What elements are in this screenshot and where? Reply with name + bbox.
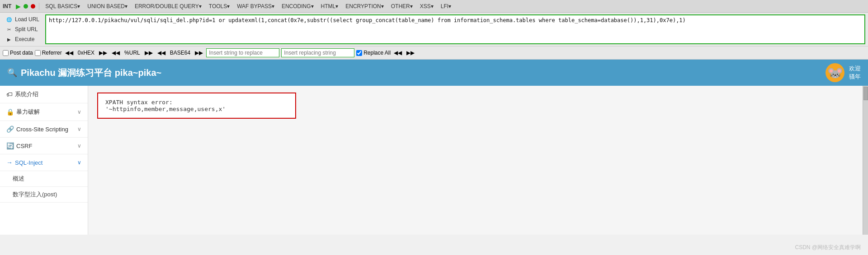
post-data-checkbox-item: Post data xyxy=(3,50,33,56)
hex-arrow-right-btn[interactable]: ▶▶ xyxy=(98,49,108,56)
base64-arrow-right-icon: ▶▶ xyxy=(195,50,203,56)
url-arrow-left-icon: ◀◀ xyxy=(112,50,120,56)
app-title: 🔍 Pikachu 漏洞练习平台 pika~pika~ xyxy=(7,67,161,79)
sidebar-label-bruteforce: 🔒 暴力破解 xyxy=(6,108,77,116)
split-url-icon: ✂ xyxy=(5,26,13,33)
hex-arrow-left-icon: ◀◀ xyxy=(65,50,73,56)
referrer-label: Referrer xyxy=(42,50,62,56)
sidebar-sub-overview[interactable]: 概述 xyxy=(0,171,88,187)
replace-all-checkbox[interactable] xyxy=(356,50,362,56)
base64-label: BASE64 xyxy=(169,49,192,56)
bruteforce-label-text: 暴力破解 xyxy=(16,108,40,116)
sidebar-item-intro[interactable]: 🏷 系统介绍 xyxy=(0,86,88,103)
sidebar-label-sqlinject: → SQL-Inject xyxy=(6,159,77,166)
content-area: XPATH syntax error: '~httpinfo,member,me… xyxy=(88,86,863,235)
lock-icon: 🔒 xyxy=(6,108,14,116)
hex-arrow-left-btn[interactable]: ◀◀ xyxy=(64,49,75,56)
welcome-line2: 骚年 xyxy=(849,73,861,81)
right-scrollbar[interactable] xyxy=(863,86,868,235)
post-data-label: Post data xyxy=(10,50,33,56)
post-data-checkbox[interactable] xyxy=(3,50,9,56)
nav-error-double[interactable]: ERROR/DOUBLE QUERY▾ xyxy=(132,2,204,10)
welcome-text: 欢迎 骚年 xyxy=(849,65,861,81)
replace-all-item: Replace All xyxy=(356,50,391,56)
referrer-checkbox-item: Referrer xyxy=(35,50,62,56)
nav-lfi[interactable]: LFI▾ xyxy=(439,2,453,10)
sidebar-item-xss[interactable]: 🔗 Cross-Site Scripting ∨ xyxy=(0,121,88,138)
xss-label-text: Cross-Site Scripting xyxy=(16,126,68,133)
base64-arrow-left-icon: ◀◀ xyxy=(157,50,165,56)
sqlinject-icon: → xyxy=(6,159,13,166)
load-url-button[interactable]: 🌐 Load URL xyxy=(3,14,43,24)
sidebar-label-intro: 🏷 系统介绍 xyxy=(6,90,81,98)
hex-label: 0xHEX xyxy=(76,49,96,56)
welcome-line1: 欢迎 xyxy=(849,65,861,73)
nav-encryption[interactable]: ENCRYPTION▾ xyxy=(343,2,386,10)
load-url-icon: 🌐 xyxy=(5,16,13,23)
nav-waf-bypass[interactable]: WAF BYPASS▾ xyxy=(235,2,277,10)
sqlinject-chevron-icon: ∨ xyxy=(77,159,81,166)
replace-all-label: Replace All xyxy=(363,50,391,56)
replace-arrow-left-icon: ◀◀ xyxy=(394,50,402,56)
split-url-button[interactable]: ✂ Split URL xyxy=(3,24,43,34)
nav-union-based[interactable]: UNION BASED▾ xyxy=(85,2,130,10)
int-label: INT xyxy=(3,3,11,9)
sidebar-sub-numeric-post[interactable]: 数字型注入(post) xyxy=(0,187,88,203)
user-area: 🐭 欢迎 骚年 xyxy=(826,63,861,82)
csrf-icon: 🔄 xyxy=(6,142,14,149)
avatar-image: 🐭 xyxy=(827,65,843,80)
nav-html[interactable]: HTML▾ xyxy=(319,2,341,10)
scrollbar-thumb[interactable] xyxy=(863,87,868,100)
app-header: 🔍 Pikachu 漏洞练习平台 pika~pika~ 🐭 欢迎 骚年 xyxy=(0,60,868,86)
insert-string-field[interactable] xyxy=(206,48,279,57)
overview-label: 概述 xyxy=(13,175,24,182)
replace-arrow-right-btn[interactable]: ▶▶ xyxy=(405,49,416,56)
url-arrow-left-btn[interactable]: ◀◀ xyxy=(110,49,121,56)
base64-arrow-left-btn[interactable]: ◀◀ xyxy=(156,49,167,56)
app-title-text: Pikachu 漏洞练习平台 pika~pika~ xyxy=(21,67,161,79)
xss-chevron-icon: ∨ xyxy=(77,126,81,132)
sidebar-label-xss: 🔗 Cross-Site Scripting xyxy=(6,125,77,133)
replace-arrow-left-btn[interactable]: ◀◀ xyxy=(392,49,403,56)
sqlinject-label-text: SQL-Inject xyxy=(15,159,42,166)
url-arrow-right-icon: ▶▶ xyxy=(145,50,153,56)
nav-xss[interactable]: XSS▾ xyxy=(418,2,436,10)
error-message: XPATH syntax error: '~httpinfo,member,me… xyxy=(105,99,226,112)
execute-label: Execute xyxy=(15,36,34,42)
sidebar-item-csrf[interactable]: 🔄 CSRF ∨ xyxy=(0,138,88,154)
nav-other[interactable]: OTHER▾ xyxy=(389,2,415,10)
sidebar-item-bruteforce[interactable]: 🔒 暴力破解 ∨ xyxy=(0,103,88,121)
url-input[interactable]: http://127.0.0.1/pikachu/vul/sqli/sqli_d… xyxy=(45,14,865,44)
intro-icon: 🏷 xyxy=(6,91,13,98)
nav-tools[interactable]: TOOLS▾ xyxy=(207,2,232,10)
sidebar-item-sqlinject[interactable]: → SQL-Inject ∨ xyxy=(0,154,88,171)
green-arrow-icon: ▶ xyxy=(16,3,21,10)
csrf-label-text: CSRF xyxy=(16,143,32,149)
base64-arrow-right-btn[interactable]: ▶▶ xyxy=(193,49,204,56)
url-arrow-right-btn[interactable]: ▶▶ xyxy=(143,49,154,56)
encode-toolbar: Post data Referrer ◀◀ 0xHEX ▶▶ ◀◀ %URL ▶… xyxy=(0,46,868,59)
sidebar-label-csrf: 🔄 CSRF xyxy=(6,142,77,149)
error-box: XPATH syntax error: '~httpinfo,member,me… xyxy=(97,93,296,119)
csrf-chevron-icon: ∨ xyxy=(77,143,81,149)
red-status-dot xyxy=(31,4,35,9)
pikachu-search-icon: 🔍 xyxy=(7,68,17,78)
execute-icon: ▶ xyxy=(5,36,13,43)
numeric-post-label: 数字型注入(post) xyxy=(13,191,57,198)
insert-replacing-field[interactable] xyxy=(281,48,354,57)
avatar: 🐭 xyxy=(826,63,844,82)
xss-icon: 🔗 xyxy=(6,125,14,133)
green-status-dot xyxy=(24,4,28,9)
url-bar-row: 🌐 Load URL ✂ Split URL ▶ Execute http://… xyxy=(0,13,868,46)
side-actions: 🌐 Load URL ✂ Split URL ▶ Execute xyxy=(3,14,43,44)
referrer-checkbox[interactable] xyxy=(35,50,41,56)
url-label: %URL xyxy=(123,49,142,56)
nav-sql-basics[interactable]: SQL BASICS▾ xyxy=(43,2,82,10)
bruteforce-chevron-icon: ∨ xyxy=(77,109,81,115)
replace-arrow-right-icon: ▶▶ xyxy=(406,50,415,56)
execute-button[interactable]: ▶ Execute xyxy=(3,34,43,44)
top-nav-bar: INT ▶ SQL BASICS▾ UNION BASED▾ ERROR/DOU… xyxy=(0,0,868,13)
load-url-label: Load URL xyxy=(15,16,39,23)
nav-encoding[interactable]: ENCODING▾ xyxy=(279,2,316,10)
divider xyxy=(39,3,39,10)
